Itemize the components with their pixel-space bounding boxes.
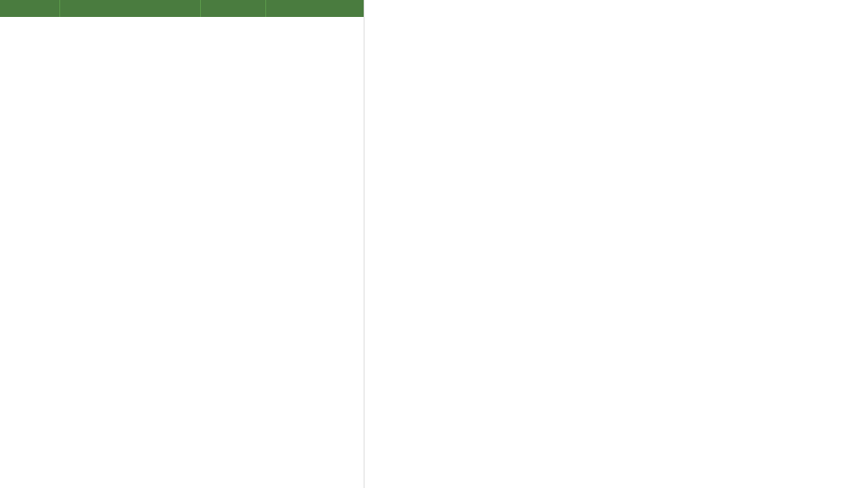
android-distribution-table: [0, 0, 364, 17]
chart-panel: [364, 0, 868, 488]
data-table-panel: [0, 0, 364, 488]
table-header-row: [0, 0, 364, 17]
codename-header: [59, 0, 200, 17]
pie-chart-svg: [464, 49, 752, 337]
api-header: [201, 0, 266, 17]
distribution-header: [266, 0, 364, 17]
pie-chart-container: [421, 24, 811, 464]
version-header: [0, 0, 59, 17]
